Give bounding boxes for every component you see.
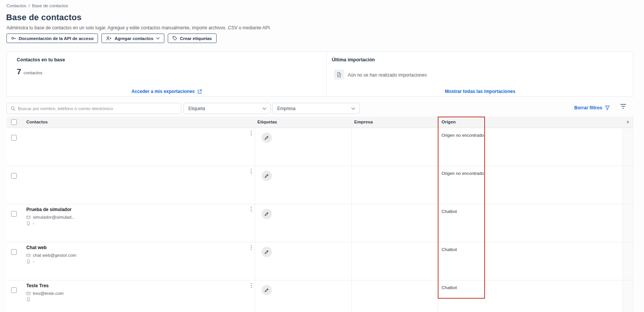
imports-card-title: Última importación (332, 57, 375, 62)
search-box (6, 103, 181, 114)
tag-filter-select[interactable]: Etiqueta (183, 103, 271, 114)
row-menu-icon[interactable]: ⋮ (248, 206, 254, 212)
table-row: ⋮ Teste Tres tres@teste.com Chatbot (6, 280, 633, 312)
table-body: ⋮ Origen no encontrado (6, 128, 633, 312)
column-divider (351, 117, 352, 312)
summary-card: Contactos en tu base 7 contactos Acceder… (6, 51, 633, 97)
row-menu-icon[interactable]: ⋮ (248, 244, 254, 250)
create-tags-button-label: Crear etiquetas (180, 36, 212, 41)
search-input[interactable] (18, 106, 181, 111)
contact-info: Prueba de simulador simulador@simulad...… (26, 207, 75, 227)
breadcrumb-separator: / (29, 3, 30, 8)
chevron-down-icon (262, 107, 267, 110)
document-icon (334, 70, 344, 80)
edit-tags-button[interactable] (262, 247, 272, 257)
contact-email: simulador@simulad... (26, 215, 75, 219)
column-header-origen: Origen (442, 120, 456, 124)
company-filter-select[interactable]: Empresa (272, 103, 360, 114)
breadcrumb-contactos[interactable]: Contactos (6, 3, 26, 8)
exports-link[interactable]: Acceder a mis exportaciones (131, 89, 202, 94)
show-all-imports-link[interactable]: Mostrar todas las importaciones (445, 89, 516, 94)
edit-tags-button[interactable] (262, 133, 272, 143)
contact-phone-text: - (33, 221, 34, 226)
breadcrumb-current-page[interactable]: Base de contactos (32, 3, 68, 8)
create-tags-button[interactable]: Crear etiquetas (168, 34, 217, 43)
contact-info: Chat web chat web@gestor.com - (26, 245, 76, 265)
contacts-count-row: 7 contactos (17, 67, 42, 76)
edit-tags-button[interactable] (262, 171, 272, 181)
contacts-page: Contactos / Base de contactos Base de co… (0, 0, 644, 312)
phone-icon (26, 297, 31, 301)
contact-name: Teste Tres (26, 283, 64, 288)
contact-email: chat web@gestor.com (26, 253, 76, 258)
page-subtitle: Administra tu base de contactos en un so… (6, 25, 271, 30)
contact-phone-text: - (33, 259, 34, 264)
column-header-contactos: Contactos (26, 120, 48, 124)
breadcrumb: Contactos / Base de contactos (6, 3, 68, 8)
row-checkbox[interactable] (11, 135, 17, 141)
api-docs-button[interactable]: Documentación de la API de acceso (6, 34, 98, 43)
phone-icon (26, 221, 31, 226)
import-link-wrap: Mostrar todas las importaciones (326, 88, 634, 94)
column-divider (255, 117, 255, 312)
header-actions: Documentación de la API de acceso Agrega… (6, 34, 217, 43)
add-contacts-button[interactable]: Agregar contactos (101, 34, 164, 43)
clear-filters-button[interactable]: Borrar filtros (574, 105, 610, 110)
filter-settings-icon[interactable] (620, 104, 626, 109)
phone-icon (26, 259, 31, 264)
row-checkbox[interactable] (11, 211, 17, 217)
row-menu-icon[interactable]: ⋮ (248, 168, 254, 174)
table-header: Contactos Etiquetas Empresa Origen + (6, 117, 633, 128)
contacts-table: Contactos Etiquetas Empresa Origen + ⋮ (6, 117, 633, 312)
exports-link-label: Acceder a mis exportaciones (131, 89, 194, 94)
origin-value: Chatbot (442, 285, 457, 290)
row-checkbox[interactable] (11, 249, 17, 255)
row-menu-icon[interactable]: ⋮ (248, 282, 254, 288)
contact-email: tres@teste.com (26, 291, 64, 296)
contact-name: Chat web (26, 245, 76, 250)
export-icon (197, 89, 202, 94)
add-column-button[interactable]: + (622, 119, 633, 125)
contact-email-text: chat web@gestor.com (33, 253, 76, 258)
key-icon (11, 36, 16, 41)
add-contacts-button-label: Agregar contactos (114, 36, 153, 41)
contacts-count: 7 (17, 67, 21, 76)
contact-name: Prueba de simulador (26, 207, 75, 212)
contact-email-text: tres@teste.com (33, 291, 64, 296)
row-checkbox[interactable] (11, 287, 17, 293)
contact-phone: - (26, 221, 75, 226)
edit-tags-button[interactable] (262, 209, 272, 219)
column-divider (438, 117, 438, 312)
row-menu-icon[interactable]: ⋮ (248, 130, 254, 136)
column-divider (622, 117, 623, 312)
select-all-checkbox[interactable] (11, 119, 17, 125)
email-icon (26, 291, 31, 296)
table-row: ⋮ Prueba de simulador simulador@simulad.… (6, 204, 633, 242)
contact-phone (26, 297, 64, 301)
tag-filter-label: Etiqueta (188, 106, 205, 111)
origin-value: Origen no encontrado (442, 171, 484, 176)
search-icon (11, 106, 15, 111)
imports-empty-message: Aún no se han realizado importaciones (348, 72, 427, 78)
chevron-down-icon (156, 37, 160, 40)
table-row: ⋮ Origen no encontrado (6, 128, 633, 166)
contacts-card-title: Contactos en tu base (17, 57, 65, 62)
email-icon (26, 215, 31, 219)
contacts-count-label: contactos (24, 70, 42, 75)
chevron-down-icon (351, 107, 355, 110)
api-docs-button-label: Documentación de la API de acceso (19, 36, 93, 41)
origin-value: Origen no encontrado (442, 133, 484, 138)
edit-tags-button[interactable] (262, 285, 272, 295)
row-checkbox[interactable] (11, 173, 17, 179)
origin-value: Chatbot (442, 209, 457, 214)
contact-phone: - (26, 259, 76, 264)
contact-email-text: simulador@simulad... (33, 215, 75, 219)
person-add-icon (106, 36, 112, 41)
column-header-etiquetas: Etiquetas (257, 120, 277, 124)
company-filter-label: Empresa (277, 106, 296, 111)
origin-value: Chatbot (442, 247, 457, 252)
table-row: ⋮ Chat web chat web@gestor.com - Chatbot (6, 242, 633, 280)
clear-filters-label: Borrar filtros (574, 105, 602, 110)
page-title: Base de contactos (6, 13, 82, 22)
export-link-wrap: Acceder a mis exportaciones (7, 88, 326, 94)
